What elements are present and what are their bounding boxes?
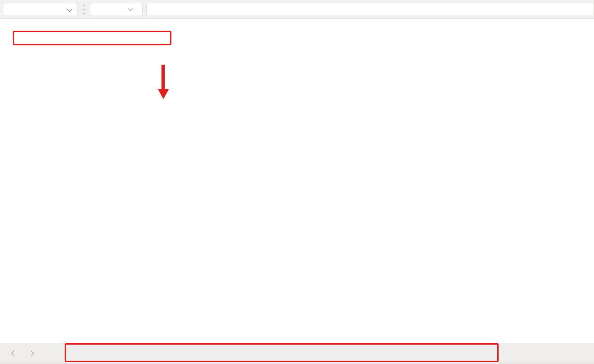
formula-input[interactable]: [146, 3, 594, 16]
name-box[interactable]: [3, 3, 77, 16]
formula-bar: [0, 0, 594, 19]
drag-handle-icon[interactable]: [82, 5, 85, 14]
excel-window: [0, 0, 594, 364]
prev-sheet-arrow-icon[interactable]: [11, 350, 17, 356]
chevron-down-icon[interactable]: [128, 7, 133, 11]
sheet-tab-bar: [0, 343, 594, 363]
chevron-down-icon[interactable]: [67, 6, 73, 12]
formula-buttons: [90, 3, 143, 16]
spreadsheet-grid: [0, 19, 594, 343]
next-sheet-arrow-icon[interactable]: [28, 350, 34, 356]
tab-navigation: [9, 343, 33, 363]
